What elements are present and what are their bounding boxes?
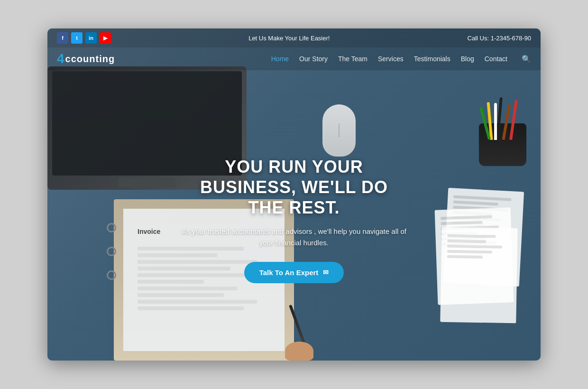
cta-label: Talk To An Expert [259, 269, 319, 277]
nav-contact[interactable]: Contact [485, 55, 507, 63]
top-info-bar: f t in ▶ Let Us Make Your Life Easier! C… [47, 28, 541, 47]
top-phone: Call Us: 1-2345-678-90 [468, 35, 531, 42]
main-nav: 4 ccounting Home Our Story The Team Serv… [47, 47, 541, 70]
logo-number: 4 [57, 52, 64, 65]
search-icon[interactable]: 🔍 [522, 55, 531, 63]
cta-button[interactable]: Talk To An Expert ✉ [244, 262, 344, 283]
hero-section: Invoice [47, 28, 541, 361]
nav-links: Home Our Story The Team Services Testimo… [271, 55, 531, 64]
linkedin-icon[interactable]: in [85, 32, 97, 44]
hero-subtitle: As your trusted accountants and advisors… [180, 226, 408, 249]
nav-our-story[interactable]: Our Story [299, 55, 328, 63]
nav-testimonials[interactable]: Testimonials [414, 55, 450, 63]
nav-home[interactable]: Home [271, 55, 289, 63]
youtube-icon[interactable]: ▶ [100, 32, 111, 44]
mouse-decoration [322, 104, 356, 157]
hero-title: YOU RUN YOUR BUSINESS, WE'LL DO THE REST… [180, 157, 408, 218]
pencil-cup-decoration [474, 104, 531, 166]
top-tagline: Let Us Make Your Life Easier! [248, 35, 330, 42]
facebook-icon[interactable]: f [57, 32, 68, 44]
cta-mail-icon: ✉ [323, 269, 329, 276]
papers-decoration [432, 190, 526, 323]
nav-the-team[interactable]: The Team [338, 55, 368, 63]
social-icons: f t in ▶ [57, 32, 111, 44]
hero-content: YOU RUN YOUR BUSINESS, WE'LL DO THE REST… [180, 157, 408, 283]
nav-services[interactable]: Services [378, 55, 404, 63]
logo-text: ccounting [65, 54, 115, 65]
logo[interactable]: 4 ccounting [57, 52, 115, 65]
hand-pen-decoration [283, 304, 321, 361]
top-bar: f t in ▶ Let Us Make Your Life Easier! C… [47, 28, 541, 70]
nav-blog[interactable]: Blog [461, 55, 474, 63]
invoice-label: Invoice [138, 228, 160, 235]
browser-window: Invoice [47, 28, 541, 361]
twitter-icon[interactable]: t [71, 32, 83, 44]
